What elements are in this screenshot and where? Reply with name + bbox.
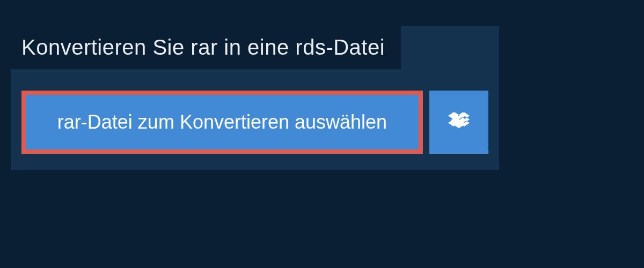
conversion-panel: Konvertieren Sie rar in eine rds-Datei r… xyxy=(11,26,499,170)
select-file-button[interactable]: rar-Datei zum Konvertieren auswählen xyxy=(21,91,423,154)
title-bar: Konvertieren Sie rar in eine rds-Datei xyxy=(11,26,401,69)
page-title: Konvertieren Sie rar in eine rds-Datei xyxy=(21,35,385,59)
select-file-label: rar-Datei zum Konvertieren auswählen xyxy=(57,111,387,133)
dropbox-button[interactable] xyxy=(429,91,488,154)
dropbox-icon xyxy=(448,110,470,134)
button-row: rar-Datei zum Konvertieren auswählen xyxy=(11,91,499,154)
